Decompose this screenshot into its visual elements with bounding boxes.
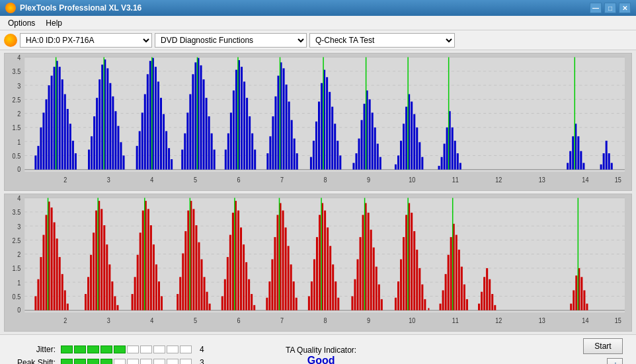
svg-rect-38 (46, 99, 48, 169)
svg-rect-112 (277, 76, 279, 170)
svg-rect-274 (232, 213, 234, 310)
svg-rect-264 (198, 242, 200, 310)
svg-rect-52 (91, 136, 93, 169)
svg-rect-363 (428, 308, 429, 310)
peak-bar-5 (114, 359, 126, 364)
drive-icon (4, 34, 17, 47)
ta-quality-value: Good (307, 355, 335, 364)
svg-rect-291 (285, 227, 287, 310)
svg-rect-81 (181, 149, 183, 169)
svg-rect-266 (204, 277, 206, 310)
minimize-button[interactable]: — (590, 3, 602, 13)
svg-rect-262 (192, 209, 194, 310)
svg-rect-163 (452, 127, 454, 170)
jitter-bar-1 (61, 346, 73, 353)
svg-rect-54 (96, 98, 98, 170)
start-button[interactable]: Start (583, 338, 623, 354)
svg-text:8: 8 (324, 176, 327, 184)
svg-rect-254 (161, 296, 163, 310)
svg-rect-253 (158, 281, 160, 310)
svg-rect-226 (64, 290, 66, 310)
svg-rect-311 (354, 279, 356, 310)
svg-rect-176 (600, 164, 602, 170)
svg-rect-225 (61, 274, 63, 310)
test-select[interactable]: Q-Check TA Test (309, 33, 455, 48)
svg-text:1.5: 1.5 (13, 265, 21, 273)
svg-rect-122 (313, 141, 315, 170)
title-left: PlexTools Professional XL V3.16 (5, 3, 141, 13)
peak-bar-3 (87, 359, 99, 364)
svg-rect-177 (603, 153, 605, 170)
svg-rect-277 (240, 227, 242, 310)
peak-shift-label: Peak Shift: (8, 358, 56, 364)
svg-rect-236 (103, 225, 105, 310)
svg-rect-307 (335, 281, 337, 310)
svg-rect-308 (337, 298, 339, 310)
svg-rect-89 (203, 79, 205, 170)
svg-rect-161 (446, 127, 448, 170)
svg-rect-230 (87, 277, 89, 310)
svg-rect-149 (403, 124, 405, 169)
svg-rect-338 (445, 274, 447, 310)
svg-rect-267 (206, 292, 208, 310)
svg-rect-64 (123, 155, 125, 169)
svg-rect-257 (179, 277, 181, 310)
svg-text:13: 13 (539, 316, 545, 324)
info-button[interactable]: i (607, 358, 623, 364)
svg-rect-249 (147, 209, 149, 310)
svg-rect-278 (243, 244, 245, 310)
svg-rect-110 (272, 116, 274, 170)
svg-rect-62 (117, 126, 119, 170)
ta-quality-area: TA Quality Indicator: Good (286, 346, 356, 364)
peak-shift-bar (61, 359, 192, 364)
drive-select[interactable]: HA:0 ID:0 PX-716A (20, 33, 152, 48)
svg-rect-128 (329, 92, 331, 169)
jitter-label: Jitter: (8, 345, 56, 354)
maximize-button[interactable]: □ (604, 3, 616, 13)
svg-rect-155 (418, 142, 420, 169)
svg-rect-215 (34, 296, 36, 310)
svg-rect-63 (120, 142, 122, 169)
svg-text:4: 4 (17, 195, 21, 203)
svg-rect-158 (438, 166, 440, 170)
jitter-bar (61, 346, 192, 353)
svg-rect-153 (413, 114, 415, 170)
svg-rect-135 (355, 153, 357, 170)
svg-rect-147 (397, 155, 399, 169)
svg-text:8: 8 (324, 316, 327, 324)
svg-rect-321 (381, 299, 383, 310)
svg-rect-317 (370, 230, 372, 310)
svg-rect-109 (269, 136, 271, 169)
jitter-bar-9 (167, 346, 179, 353)
svg-rect-332 (418, 268, 420, 310)
svg-rect-235 (100, 209, 102, 310)
svg-text:11: 11 (452, 316, 459, 324)
svg-rect-45 (64, 94, 66, 170)
svg-rect-165 (457, 153, 459, 170)
close-button[interactable]: ✕ (619, 3, 631, 13)
menu-help[interactable]: Help (40, 17, 67, 29)
svg-rect-352 (489, 279, 491, 310)
svg-rect-103 (246, 98, 248, 170)
svg-rect-263 (195, 225, 197, 310)
svg-text:3.5: 3.5 (13, 68, 21, 76)
svg-rect-245 (137, 255, 139, 310)
svg-rect-336 (440, 304, 442, 310)
svg-rect-285 (268, 281, 270, 310)
svg-rect-312 (356, 259, 358, 310)
svg-rect-75 (160, 98, 162, 170)
function-select[interactable]: DVD Diagnostic Functions (155, 33, 307, 48)
svg-rect-98 (233, 91, 235, 170)
svg-rect-84 (189, 94, 191, 170)
svg-rect-67 (139, 131, 141, 169)
svg-rect-292 (288, 246, 290, 310)
ta-quality-label: TA Quality Indicator: (286, 346, 356, 355)
svg-rect-295 (296, 298, 298, 310)
svg-rect-73 (155, 67, 157, 170)
svg-rect-361 (586, 304, 588, 310)
svg-rect-271 (224, 279, 226, 310)
svg-rect-344 (461, 267, 463, 310)
svg-text:2: 2 (63, 176, 67, 184)
menu-options[interactable]: Options (3, 17, 40, 29)
svg-rect-55 (99, 79, 100, 170)
